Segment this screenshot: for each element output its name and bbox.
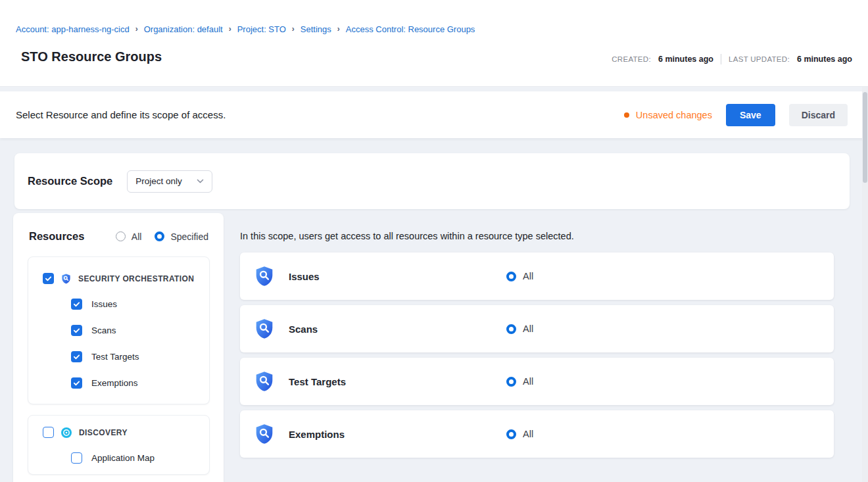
radio-option-all[interactable]: All [116,231,142,242]
created-value: 6 minutes ago [658,55,713,64]
resource-card-issues-title: Issues [289,271,320,282]
checkbox-security-orchestration[interactable] [43,273,54,284]
discovery-icon [61,427,72,438]
sto-shield-icon [254,371,274,392]
unsaved-changes-label: Unsaved changes [636,110,712,120]
access-all-label[interactable]: All [523,324,533,334]
checkbox-issues[interactable] [71,299,82,310]
tree-item-application-map: Application Map [71,452,209,464]
breadcrumb-separator-icon: › [135,24,138,34]
breadcrumb-item-project[interactable]: Project: STO [237,24,286,34]
group-header-discovery: DISCOVERY [28,416,209,438]
radio-option-specified-label[interactable]: Specified [170,231,208,242]
tree-item-issues-label[interactable]: Issues [91,299,117,309]
breadcrumb-separator-icon: › [292,24,295,34]
resources-panel: Resources All Specified [13,213,224,482]
access-all-label[interactable]: All [523,271,533,281]
checkbox-application-map[interactable] [71,452,82,464]
access-all-label[interactable]: All [523,429,533,439]
radio-selected-icon[interactable] [506,272,516,281]
toolbar-actions: Unsaved changes Save Discard [624,104,848,126]
chevron-down-icon [197,179,204,183]
breadcrumb-item-organization[interactable]: Organization: default [144,24,223,34]
resources-panel-header: Resources All Specified [13,213,224,243]
checkbox-exemptions[interactable] [71,377,82,389]
radio-selected-icon[interactable] [506,429,516,439]
check-icon [73,353,80,360]
breadcrumb-separator-icon: › [337,24,340,34]
check-icon [73,327,80,334]
resource-card-test-targets: Test Targets All [240,358,834,405]
group-children-security-orchestration: Issues Scans Test Targets [71,299,209,389]
resource-card-issues: Issues All [240,253,834,300]
resource-group-security-orchestration: SECURITY ORCHESTRATION Issues Scans [28,256,210,404]
scrollbar-track [862,87,868,482]
timestamps-meta: CREATED: 6 minutes ago LAST UPDATED: 6 m… [612,54,852,64]
last-updated-value: 6 minutes ago [797,55,852,64]
resource-card-exemptions-title: Exemptions [289,429,345,440]
tree-item-test-targets: Test Targets [71,351,209,362]
tree-item-test-targets-label[interactable]: Test Targets [91,352,139,362]
resource-card-issues-access: All [506,271,533,281]
meta-divider [721,54,721,64]
tree-item-application-map-label[interactable]: Application Map [91,453,155,463]
group-header-security-orchestration: SECURITY ORCHESTRATION [28,257,209,284]
sto-shield-icon [61,274,71,284]
action-toolbar: Select Resource and define its scope of … [0,91,868,138]
resource-card-test-targets-access: All [506,376,533,387]
breadcrumb-item-access-control[interactable]: Access Control: Resource Groups [346,24,475,34]
checkbox-test-targets[interactable] [71,351,82,362]
checkbox-discovery[interactable] [43,427,54,438]
sto-shield-icon [254,318,274,339]
breadcrumb: Account: app-harness-ng-cicd › Organizat… [16,24,475,34]
resource-scope-selected-value: Project only [135,176,182,186]
radio-selected-icon[interactable] [506,377,516,387]
scope-description: In this scope, users get access to all r… [240,231,574,241]
tree-item-scans: Scans [71,325,209,336]
sto-shield-icon [254,266,274,287]
radio-option-all-label[interactable]: All [132,231,142,242]
radio-selected-icon[interactable] [506,324,516,334]
unsaved-dot-icon [624,112,629,118]
radio-option-specified[interactable]: Specified [155,231,208,242]
group-children-discovery: Application Map [71,452,209,464]
resource-scope-card: Resource Scope Project only [14,153,850,209]
resource-scope-select[interactable]: Project only [127,170,212,193]
tree-item-exemptions-label[interactable]: Exemptions [91,378,138,388]
check-icon [45,275,52,282]
toolbar-description: Select Resource and define its scope of … [16,109,226,120]
group-label-discovery[interactable]: DISCOVERY [79,428,128,437]
resource-cards-list: Issues All Scans All [240,253,834,458]
resources-mode-radio-group: All Specified [116,231,208,242]
page-header: Account: app-harness-ng-cicd › Organizat… [0,0,868,87]
sto-shield-icon [254,423,274,445]
tree-item-issues: Issues [71,299,209,310]
breadcrumb-separator-icon: › [229,24,231,34]
resource-card-scans-title: Scans [289,324,318,335]
radio-unselected-icon[interactable] [116,231,126,241]
resource-card-exemptions: Exemptions All [240,410,834,458]
unsaved-changes-indicator: Unsaved changes [624,110,712,120]
created-label: CREATED: [612,55,651,63]
resource-scope-label: Resource Scope [28,175,112,187]
save-button[interactable]: Save [726,104,775,126]
breadcrumb-item-settings[interactable]: Settings [301,24,331,34]
resource-group-detail-page: Account: app-harness-ng-cicd › Organizat… [0,0,868,482]
resource-card-scans-access: All [506,324,533,334]
tree-item-scans-label[interactable]: Scans [91,325,116,335]
check-icon [73,379,80,387]
check-icon [73,301,80,308]
breadcrumb-item-account[interactable]: Account: app-harness-ng-cicd [16,24,130,34]
scrollbar-thumb[interactable] [863,92,867,183]
tree-item-exemptions: Exemptions [71,377,209,389]
resource-card-test-targets-title: Test Targets [289,376,346,387]
resource-card-exemptions-access: All [506,429,533,439]
group-label-security-orchestration[interactable]: SECURITY ORCHESTRATION [78,274,194,283]
resource-group-discovery: DISCOVERY Application Map [28,415,210,475]
page-title: STO Resource Groups [21,49,162,64]
checkbox-scans[interactable] [71,325,82,336]
discard-button[interactable]: Discard [789,104,848,126]
resources-title: Resources [29,230,84,243]
radio-selected-icon[interactable] [155,231,164,241]
access-all-label[interactable]: All [523,376,533,387]
